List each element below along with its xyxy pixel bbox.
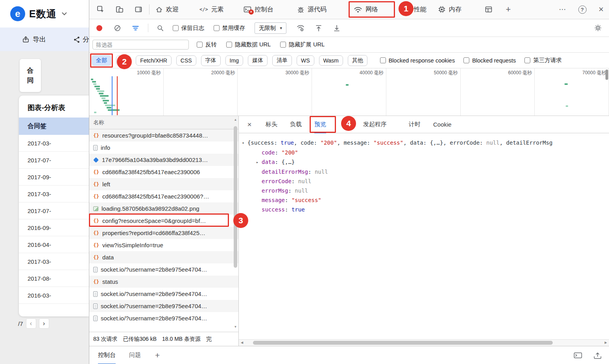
tab-timing[interactable]: 计时 xyxy=(409,116,421,133)
next-page-button[interactable]: › xyxy=(39,318,49,329)
type-filter-6[interactable]: 媒体 xyxy=(248,55,268,66)
share-button[interactable]: 分 xyxy=(73,28,89,51)
type-filter-1[interactable]: JS xyxy=(116,55,131,66)
prev-page-button[interactable]: ‹ xyxy=(26,318,36,329)
checkbox-icon[interactable] xyxy=(524,57,530,63)
add-panel-icon[interactable]: + xyxy=(502,3,515,16)
table-row[interactable]: 2016-03- xyxy=(19,287,89,304)
request-row[interactable]: {}config?resourceSpace=0&groupId=bf… xyxy=(89,215,238,227)
table-row[interactable]: 2016-09- xyxy=(19,219,89,236)
device-toolbar-icon[interactable] xyxy=(113,3,126,16)
disable-cache-checkbox[interactable]: 禁用缓存 xyxy=(214,24,245,32)
checkbox-icon[interactable] xyxy=(280,42,286,48)
table-row[interactable]: 2017-07- xyxy=(19,202,89,219)
scroll-left-icon[interactable]: ◀ xyxy=(241,340,243,346)
request-row[interactable]: info xyxy=(89,142,238,154)
tab-memory[interactable]: 内存 xyxy=(438,0,461,19)
throttling-select[interactable]: 无限制 ▾ xyxy=(255,22,286,34)
type-filter-7[interactable]: 清单 xyxy=(272,55,292,66)
request-row[interactable]: socket.io/?username=2b8e975ee4704… xyxy=(89,300,238,312)
request-row[interactable]: loading.587056b63a98922d8a02.png xyxy=(89,202,238,215)
upload-tray-icon[interactable] xyxy=(592,350,603,360)
json-root[interactable]: ▾{success: true, code: "200", message: "… xyxy=(242,138,609,148)
scrollbar-thumb[interactable] xyxy=(234,126,237,268)
type-filter-3[interactable]: CSS xyxy=(176,55,196,66)
type-filter-10[interactable]: 其他 xyxy=(348,55,367,66)
request-row[interactable]: {}properties?reportId=cd686ffa238f425… xyxy=(89,227,238,239)
request-row[interactable]: socket.io/?username=2b8e975ee4704… xyxy=(89,312,238,324)
checkbox-icon[interactable] xyxy=(173,25,179,31)
checkbox-icon[interactable] xyxy=(226,42,232,48)
request-row[interactable]: {}cd686ffa238f425fb5417eaec2390006 xyxy=(89,166,238,178)
tab-welcome[interactable]: 欢迎 xyxy=(155,0,179,19)
table-row[interactable]: 2017-08- xyxy=(19,270,89,287)
tab-sources[interactable]: 源代码 xyxy=(297,0,327,19)
scroll-right-icon[interactable]: ▶ xyxy=(605,340,607,346)
expand-arrow-icon[interactable]: ▸ xyxy=(256,158,262,167)
horizontal-scrollbar[interactable]: ◀ ▶ xyxy=(239,339,609,346)
scroll-down-icon[interactable]: ▼ xyxy=(234,325,237,329)
blocked-filter-checkbox-1[interactable]: Blocked requests xyxy=(463,57,516,64)
network-overview[interactable]: 10000 毫秒20000 毫秒30000 毫秒40000 毫秒50000 毫秒… xyxy=(89,68,609,116)
request-row[interactable]: {}status xyxy=(89,276,238,288)
collapse-arrow-icon[interactable]: ▾ xyxy=(242,138,247,148)
settings-gear-icon[interactable] xyxy=(592,22,603,33)
request-row[interactable]: socket.io/?username=2b8e975ee4704… xyxy=(89,263,238,276)
drawer-tab-console[interactable]: 控制台 xyxy=(98,346,116,364)
checkbox-icon[interactable] xyxy=(463,57,469,63)
preserve-log-checkbox[interactable]: 保留日志 xyxy=(173,24,204,32)
requests-scrollbar[interactable]: ▲ ▼ xyxy=(233,118,238,329)
table-row[interactable]: 2017-03- xyxy=(19,186,89,202)
tab-headers[interactable]: 标头 xyxy=(266,116,277,133)
request-row[interactable]: {}cd686ffa238f425fb5417eaec2390006?… xyxy=(89,190,238,202)
type-filter-4[interactable]: 字体 xyxy=(201,55,221,66)
tab-payload[interactable]: 负载 xyxy=(290,116,302,133)
type-filter-8[interactable]: WS xyxy=(297,55,314,66)
drawer-tab-issues[interactable]: 问题 xyxy=(129,346,141,364)
type-filter-9[interactable]: Wasm xyxy=(319,55,343,66)
checkbox-icon[interactable] xyxy=(380,57,386,63)
tab-preview[interactable]: 预览 xyxy=(314,116,326,133)
request-row[interactable]: {}left xyxy=(89,178,238,190)
more-options-icon[interactable]: ⋯ xyxy=(556,3,569,16)
import-har-icon[interactable] xyxy=(313,22,324,33)
table-row[interactable]: 2017-03- xyxy=(19,253,89,270)
request-row[interactable]: socket.io/?username=2b8e975ee4704… xyxy=(89,288,238,300)
request-row[interactable]: {}resources?groupId=bfae8c858734448… xyxy=(89,129,238,142)
application-panel-icon[interactable] xyxy=(482,3,495,16)
panel-vertical-scrollbar[interactable] xyxy=(605,70,608,80)
record-button[interactable] xyxy=(96,25,102,31)
filter-input[interactable] xyxy=(92,40,189,50)
checkbox-icon[interactable] xyxy=(214,25,220,31)
clear-network-icon[interactable] xyxy=(112,22,123,33)
json-property[interactable]: ▸data: {,…} xyxy=(256,157,609,167)
checkbox-icon[interactable] xyxy=(197,42,203,48)
name-column-header[interactable]: 名称 xyxy=(89,116,238,129)
close-devtools-icon[interactable]: × xyxy=(594,3,608,16)
tab-cookies[interactable]: Cookie xyxy=(433,116,452,133)
scroll-up-icon[interactable]: ▲ xyxy=(234,118,237,122)
type-filter-0[interactable]: 全部 xyxy=(92,55,111,66)
request-row[interactable]: {}view?isSimpleInfo=true xyxy=(89,239,238,251)
add-drawer-tab-icon[interactable]: + xyxy=(155,351,160,360)
hide-extension-urls-checkbox[interactable]: 隐藏扩展 URL xyxy=(280,41,325,48)
tab-network[interactable]: 网络 xyxy=(354,0,378,19)
table-row[interactable]: 2017-09- xyxy=(19,169,89,186)
export-button[interactable]: 导出 xyxy=(22,35,46,44)
type-filter-2[interactable]: Fetch/XHR xyxy=(136,55,171,66)
export-har-icon[interactable] xyxy=(331,22,342,33)
scrollbar-thumb[interactable] xyxy=(253,341,553,345)
tab-initiator[interactable]: 发起程序 xyxy=(363,116,387,133)
close-details-icon[interactable]: × xyxy=(245,121,254,128)
chevron-down-icon[interactable] xyxy=(61,11,67,16)
tab-performance[interactable]: 性能 xyxy=(403,0,426,19)
type-filter-5[interactable]: Img xyxy=(225,55,243,66)
search-icon[interactable] xyxy=(155,22,166,33)
request-row[interactable]: {}data xyxy=(89,251,238,263)
filter-toggle-icon[interactable] xyxy=(130,22,141,33)
blocked-filter-checkbox-0[interactable]: Blocked response cookies xyxy=(380,57,455,64)
help-icon[interactable]: ? xyxy=(576,3,589,16)
table-row[interactable]: 2016-04- xyxy=(19,236,89,253)
request-row[interactable]: 17e7966f5a1043a39ba93bd9dd00213… xyxy=(89,154,238,166)
network-conditions-icon[interactable] xyxy=(295,22,306,33)
